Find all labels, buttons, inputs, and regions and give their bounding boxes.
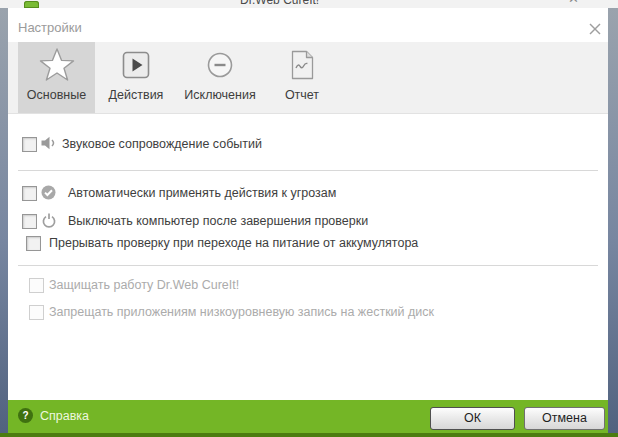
parent-window-title: Dr.Web CureIt! <box>240 0 319 7</box>
screenshot-root: Dr.Web CureIt! ✕ Настройки Основные <box>0 0 618 437</box>
settings-dialog: Настройки Основные <box>8 8 608 433</box>
tab-actions[interactable]: Действия <box>96 42 176 113</box>
parent-window-bottom-border <box>0 433 618 437</box>
power-icon <box>42 213 56 228</box>
tab-label: Исключения <box>178 88 262 102</box>
tab-main[interactable]: Основные <box>18 42 95 113</box>
checkbox-self-protect <box>29 278 44 293</box>
option-row-self-protect: Защищать работу Dr.Web CureIt! <box>8 276 608 294</box>
report-icon <box>266 42 338 88</box>
option-row-auto-actions: Автоматически применять действия к угроз… <box>8 184 608 202</box>
star-icon <box>18 42 95 88</box>
tab-label: Действия <box>96 88 176 102</box>
option-row-shutdown: Выключать компьютер после завершения про… <box>8 212 608 230</box>
ok-button[interactable]: ОК <box>430 407 515 430</box>
tab-label: Отчет <box>266 88 338 102</box>
tab-label: Основные <box>18 88 95 102</box>
speaker-icon <box>41 136 57 150</box>
close-icon[interactable] <box>586 20 604 38</box>
parent-window-titlebar: Dr.Web CureIt! ✕ <box>0 0 618 8</box>
divider <box>18 265 598 266</box>
checkbox-lowlevel-write <box>29 305 44 320</box>
option-label: Звуковое сопровождение событий <box>62 135 262 153</box>
help-link[interactable]: ? Справка <box>18 408 89 423</box>
dialog-title: Настройки <box>18 20 82 35</box>
tab-strip: Основные Действия Искл <box>8 42 608 114</box>
parent-window-left-border <box>0 8 8 433</box>
option-row-lowlevel-write: Запрещать приложениям низкоуровневую зап… <box>8 303 608 321</box>
minus-circle-icon <box>178 42 262 88</box>
option-label: Прерывать проверку при переходе на питан… <box>49 234 418 252</box>
play-icon <box>96 42 176 88</box>
option-label: Автоматически применять действия к угроз… <box>68 184 336 202</box>
checkbox-auto-actions[interactable] <box>22 186 37 201</box>
checkbox-sound[interactable] <box>22 137 37 152</box>
dialog-footer: ? Справка ОК Отмена <box>8 400 608 433</box>
drweb-app-icon <box>24 1 39 8</box>
parent-close-icon[interactable]: ✕ <box>568 0 579 6</box>
checkbox-shutdown[interactable] <box>22 214 37 229</box>
option-label: Запрещать приложениям низкоуровневую зап… <box>49 303 434 321</box>
tab-report[interactable]: Отчет <box>266 42 338 113</box>
parent-window-right-border <box>608 8 618 433</box>
help-icon: ? <box>18 408 33 423</box>
divider <box>18 170 598 171</box>
cancel-button[interactable]: Отмена <box>524 407 605 430</box>
option-row-battery: Прерывать проверку при переходе на питан… <box>8 234 608 252</box>
tab-exclusions[interactable]: Исключения <box>178 42 262 113</box>
option-label: Защищать работу Dr.Web CureIt! <box>49 276 239 294</box>
option-row-sound: Звуковое сопровождение событий <box>8 135 608 153</box>
help-label: Справка <box>40 409 89 423</box>
check-circle-icon <box>41 185 56 200</box>
option-label: Выключать компьютер после завершения про… <box>68 212 368 230</box>
checkbox-battery[interactable] <box>26 236 41 251</box>
